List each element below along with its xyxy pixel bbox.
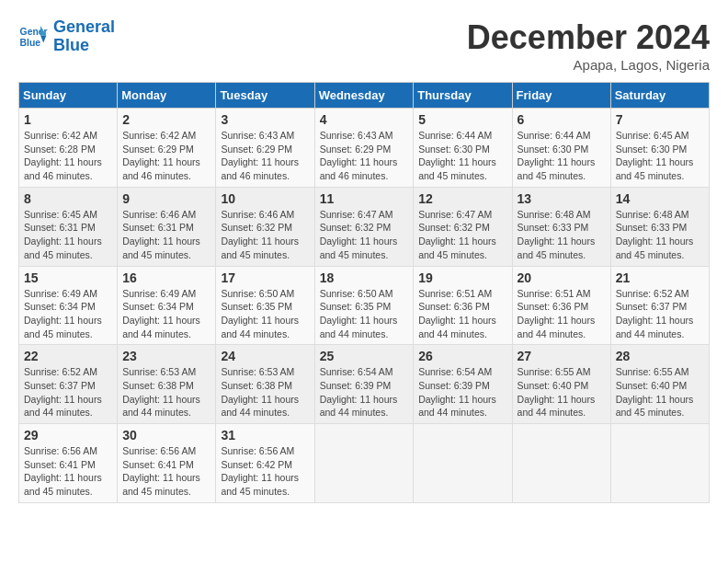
day-info: Sunrise: 6:55 AMSunset: 6:40 PMDaylight:… <box>518 365 606 419</box>
calendar-cell: 7Sunrise: 6:45 AMSunset: 6:30 PMDaylight… <box>610 109 709 188</box>
day-header-thursday: Thursday <box>414 83 512 109</box>
day-info: Sunrise: 6:47 AMSunset: 6:32 PMDaylight:… <box>418 208 506 262</box>
svg-text:Blue: Blue <box>20 37 41 47</box>
calendar-header-row: SundayMondayTuesdayWednesdayThursdayFrid… <box>19 83 710 109</box>
day-header-sunday: Sunday <box>19 83 118 109</box>
day-header-wednesday: Wednesday <box>314 83 414 109</box>
calendar-cell <box>414 424 512 503</box>
day-info: Sunrise: 6:43 AMSunset: 6:29 PMDaylight:… <box>221 129 309 183</box>
title-block: December 2024 Apapa, Lagos, Nigeria <box>467 18 710 73</box>
day-number: 21 <box>616 270 704 285</box>
calendar-cell: 11Sunrise: 6:47 AMSunset: 6:32 PMDayligh… <box>314 187 414 266</box>
day-number: 3 <box>221 112 309 127</box>
day-number: 13 <box>518 191 606 206</box>
day-header-saturday: Saturday <box>610 83 709 109</box>
day-number: 1 <box>24 112 112 127</box>
day-info: Sunrise: 6:46 AMSunset: 6:32 PMDaylight:… <box>221 208 309 262</box>
calendar-cell: 15Sunrise: 6:49 AMSunset: 6:34 PMDayligh… <box>19 266 118 345</box>
day-number: 2 <box>122 112 210 127</box>
calendar-cell: 12Sunrise: 6:47 AMSunset: 6:32 PMDayligh… <box>414 187 512 266</box>
day-info: Sunrise: 6:45 AMSunset: 6:31 PMDaylight:… <box>24 208 112 262</box>
calendar-cell: 26Sunrise: 6:54 AMSunset: 6:39 PMDayligh… <box>414 345 512 424</box>
week-row-4: 22Sunrise: 6:52 AMSunset: 6:37 PMDayligh… <box>19 345 710 424</box>
day-number: 19 <box>418 270 506 285</box>
calendar-cell: 29Sunrise: 6:56 AMSunset: 6:41 PMDayligh… <box>19 424 118 503</box>
day-header-monday: Monday <box>118 83 216 109</box>
day-number: 10 <box>221 191 309 206</box>
calendar-cell: 14Sunrise: 6:48 AMSunset: 6:33 PMDayligh… <box>610 187 709 266</box>
day-info: Sunrise: 6:51 AMSunset: 6:36 PMDaylight:… <box>518 287 606 341</box>
day-number: 29 <box>24 428 112 442</box>
calendar-cell: 16Sunrise: 6:49 AMSunset: 6:34 PMDayligh… <box>118 266 216 345</box>
calendar-cell <box>610 424 709 503</box>
day-number: 6 <box>518 112 606 127</box>
day-number: 27 <box>518 349 606 363</box>
day-number: 7 <box>616 112 704 127</box>
day-number: 24 <box>221 349 309 363</box>
calendar-cell: 30Sunrise: 6:56 AMSunset: 6:41 PMDayligh… <box>118 424 216 503</box>
day-info: Sunrise: 6:52 AMSunset: 6:37 PMDaylight:… <box>616 287 704 341</box>
calendar-cell: 23Sunrise: 6:53 AMSunset: 6:38 PMDayligh… <box>118 345 216 424</box>
day-info: Sunrise: 6:47 AMSunset: 6:32 PMDaylight:… <box>320 208 409 262</box>
day-number: 25 <box>320 349 409 363</box>
day-info: Sunrise: 6:45 AMSunset: 6:30 PMDaylight:… <box>616 129 704 183</box>
day-info: Sunrise: 6:48 AMSunset: 6:33 PMDaylight:… <box>518 208 606 262</box>
day-number: 15 <box>24 270 112 285</box>
day-info: Sunrise: 6:46 AMSunset: 6:31 PMDaylight:… <box>122 208 210 262</box>
week-row-2: 8Sunrise: 6:45 AMSunset: 6:31 PMDaylight… <box>19 187 710 266</box>
calendar-cell: 2Sunrise: 6:42 AMSunset: 6:29 PMDaylight… <box>118 109 216 188</box>
day-number: 28 <box>616 349 704 363</box>
calendar-cell: 4Sunrise: 6:43 AMSunset: 6:29 PMDaylight… <box>314 109 414 188</box>
calendar-cell: 10Sunrise: 6:46 AMSunset: 6:32 PMDayligh… <box>216 187 314 266</box>
day-info: Sunrise: 6:51 AMSunset: 6:36 PMDaylight:… <box>418 287 506 341</box>
calendar-cell: 5Sunrise: 6:44 AMSunset: 6:30 PMDaylight… <box>414 109 512 188</box>
calendar-cell: 22Sunrise: 6:52 AMSunset: 6:37 PMDayligh… <box>19 345 118 424</box>
calendar-cell: 13Sunrise: 6:48 AMSunset: 6:33 PMDayligh… <box>512 187 610 266</box>
day-number: 5 <box>418 112 506 127</box>
day-info: Sunrise: 6:52 AMSunset: 6:37 PMDaylight:… <box>24 365 112 419</box>
logo-subtext: Blue <box>53 36 89 54</box>
week-row-5: 29Sunrise: 6:56 AMSunset: 6:41 PMDayligh… <box>19 424 710 503</box>
calendar-cell: 6Sunrise: 6:44 AMSunset: 6:30 PMDaylight… <box>512 109 610 188</box>
calendar-cell: 24Sunrise: 6:53 AMSunset: 6:38 PMDayligh… <box>216 345 314 424</box>
calendar-cell <box>512 424 610 503</box>
day-number: 8 <box>24 191 112 206</box>
day-info: Sunrise: 6:50 AMSunset: 6:35 PMDaylight:… <box>320 287 409 341</box>
calendar-cell: 17Sunrise: 6:50 AMSunset: 6:35 PMDayligh… <box>216 266 314 345</box>
day-number: 22 <box>24 349 112 363</box>
calendar-cell: 3Sunrise: 6:43 AMSunset: 6:29 PMDaylight… <box>216 109 314 188</box>
day-info: Sunrise: 6:42 AMSunset: 6:28 PMDaylight:… <box>24 129 112 183</box>
day-number: 11 <box>320 191 409 206</box>
location: Apapa, Lagos, Nigeria <box>467 57 710 73</box>
day-info: Sunrise: 6:54 AMSunset: 6:39 PMDaylight:… <box>418 365 506 419</box>
day-info: Sunrise: 6:44 AMSunset: 6:30 PMDaylight:… <box>518 129 606 183</box>
day-info: Sunrise: 6:44 AMSunset: 6:30 PMDaylight:… <box>418 129 506 183</box>
page-header: General Blue General Blue December 2024 … <box>18 18 710 73</box>
calendar-cell: 31Sunrise: 6:56 AMSunset: 6:42 PMDayligh… <box>216 424 314 503</box>
day-info: Sunrise: 6:49 AMSunset: 6:34 PMDaylight:… <box>24 287 112 341</box>
day-number: 9 <box>122 191 210 206</box>
day-info: Sunrise: 6:50 AMSunset: 6:35 PMDaylight:… <box>221 287 309 341</box>
week-row-1: 1Sunrise: 6:42 AMSunset: 6:28 PMDaylight… <box>19 109 710 188</box>
calendar-cell: 27Sunrise: 6:55 AMSunset: 6:40 PMDayligh… <box>512 345 610 424</box>
logo-icon: General Blue <box>18 22 48 52</box>
logo: General Blue General Blue <box>18 18 115 55</box>
day-number: 30 <box>122 428 210 442</box>
calendar-cell: 19Sunrise: 6:51 AMSunset: 6:36 PMDayligh… <box>414 266 512 345</box>
calendar-cell: 8Sunrise: 6:45 AMSunset: 6:31 PMDaylight… <box>19 187 118 266</box>
calendar-cell: 18Sunrise: 6:50 AMSunset: 6:35 PMDayligh… <box>314 266 414 345</box>
day-info: Sunrise: 6:55 AMSunset: 6:40 PMDaylight:… <box>616 365 704 419</box>
calendar-cell: 9Sunrise: 6:46 AMSunset: 6:31 PMDaylight… <box>118 187 216 266</box>
calendar-cell: 25Sunrise: 6:54 AMSunset: 6:39 PMDayligh… <box>314 345 414 424</box>
day-number: 12 <box>418 191 506 206</box>
calendar-cell <box>314 424 414 503</box>
day-info: Sunrise: 6:42 AMSunset: 6:29 PMDaylight:… <box>122 129 210 183</box>
calendar-cell: 1Sunrise: 6:42 AMSunset: 6:28 PMDaylight… <box>19 109 118 188</box>
day-number: 26 <box>418 349 506 363</box>
day-header-friday: Friday <box>512 83 610 109</box>
day-info: Sunrise: 6:53 AMSunset: 6:38 PMDaylight:… <box>221 365 309 419</box>
day-info: Sunrise: 6:56 AMSunset: 6:42 PMDaylight:… <box>221 444 309 499</box>
calendar-cell: 21Sunrise: 6:52 AMSunset: 6:37 PMDayligh… <box>610 266 709 345</box>
day-number: 16 <box>122 270 210 285</box>
day-info: Sunrise: 6:53 AMSunset: 6:38 PMDaylight:… <box>122 365 210 419</box>
